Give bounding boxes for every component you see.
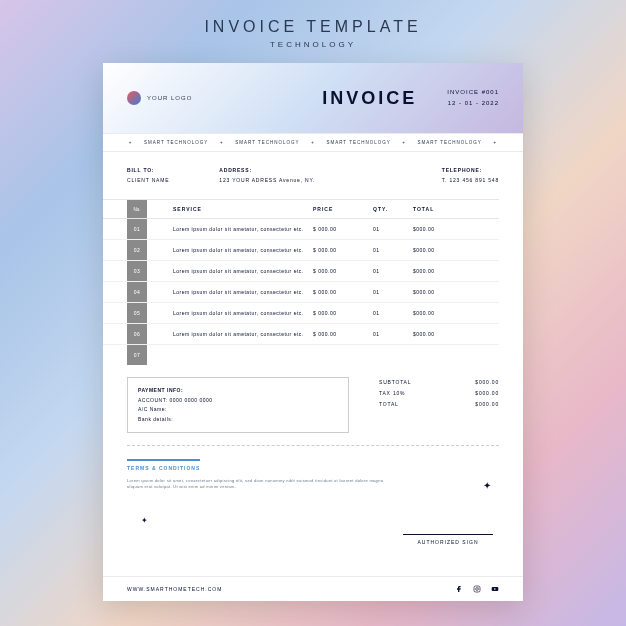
billing-section: BILL TO: CLIENT NAME ADDRESS: 123 YOUR A…: [103, 152, 523, 199]
row-service: Lorem ipsum dolor sit ametatur, consecte…: [173, 289, 313, 295]
band-text: SMART TECHNOLOGY: [235, 140, 299, 145]
col-service: SERVICE: [173, 206, 313, 212]
row-qty: 01: [373, 268, 413, 274]
terms-text: Lorem ipsum dolor sit amet, consectetuer…: [127, 478, 387, 491]
logo-icon: [127, 91, 141, 105]
col-qty: QTY.: [373, 206, 413, 212]
facebook-icon: [455, 585, 463, 593]
terms-title: TERMS & CONDITIONS: [127, 459, 200, 471]
table-header: No. SERVICE PRICE QTY. TOTAL: [103, 199, 499, 219]
totals: SUBTOTAL$000.00 TAX 10%$000.00 TOTAL$000…: [379, 377, 499, 433]
row-service: Lorem ipsum dolor sit ametatur, consecte…: [173, 226, 313, 232]
svg-rect-0: [474, 586, 480, 592]
row-price: $ 000.00: [313, 247, 373, 253]
row-qty: 01: [373, 310, 413, 316]
row-total: $000.00: [413, 268, 473, 274]
row-no: 01: [127, 219, 147, 239]
row-price: $ 000.00: [313, 331, 373, 337]
row-price: $ 000.00: [313, 310, 373, 316]
telephone: TELEPHONE: T. 123 456 891 548: [442, 166, 499, 185]
row-service: Lorem ipsum dolor sit ametatur, consecte…: [173, 247, 313, 253]
band-text: SMART TECHNOLOGY: [418, 140, 482, 145]
star-icon: ✦: [141, 516, 148, 525]
row-no: 03: [127, 261, 147, 281]
logo: YOUR LOGO: [127, 91, 292, 105]
logo-text: YOUR LOGO: [147, 95, 192, 101]
page-title: INVOICE TEMPLATE: [204, 18, 421, 36]
table-row: 02Lorem ipsum dolor sit ametatur, consec…: [103, 240, 499, 261]
invoice-title: INVOICE: [322, 88, 417, 109]
row-no: 04: [127, 282, 147, 302]
plus-icon: +: [220, 140, 224, 145]
invoice-meta: INVOICE #001 12 - 01 - 2022: [447, 87, 499, 109]
table-row: 06Lorem ipsum dolor sit ametatur, consec…: [103, 324, 499, 345]
table-row: 05Lorem ipsum dolor sit ametatur, consec…: [103, 303, 499, 324]
row-price: $ 000.00: [313, 289, 373, 295]
row-no: 02: [127, 240, 147, 260]
plus-icon: +: [402, 140, 406, 145]
signature: AUTHORIZED SIGN: [403, 523, 493, 545]
row-total: $000.00: [413, 289, 473, 295]
instagram-icon: [473, 585, 481, 593]
table-row: 03Lorem ipsum dolor sit ametatur, consec…: [103, 261, 499, 282]
row-price: $ 000.00: [313, 268, 373, 274]
row-service: Lorem ipsum dolor sit ametatur, consecte…: [173, 331, 313, 337]
row-qty: 01: [373, 289, 413, 295]
footer: WWW.SMARTHOMETECH.COM: [103, 576, 523, 601]
invoice-document: YOUR LOGO INVOICE INVOICE #001 12 - 01 -…: [103, 63, 523, 601]
tagline-band: + SMART TECHNOLOGY + SMART TECHNOLOGY + …: [103, 133, 523, 152]
col-no: No.: [127, 200, 147, 218]
social-icons: [455, 585, 499, 593]
row-no: 05: [127, 303, 147, 323]
row-service: Lorem ipsum dolor sit ametatur, consecte…: [173, 310, 313, 316]
bill-to: BILL TO: CLIENT NAME: [127, 166, 169, 185]
row-total: $000.00: [413, 247, 473, 253]
plus-icon: +: [493, 140, 497, 145]
band-text: SMART TECHNOLOGY: [326, 140, 390, 145]
items-table: No. SERVICE PRICE QTY. TOTAL 01Lorem ips…: [103, 199, 523, 365]
plus-icon: +: [311, 140, 315, 145]
payment-info: PAYMENT INFO: ACCOUNT: 0000 0000 0000 A/…: [127, 377, 349, 433]
row-total: $000.00: [413, 331, 473, 337]
row-no: 07: [127, 345, 147, 365]
table-row-empty: 07: [103, 345, 499, 365]
bottom-section: PAYMENT INFO: ACCOUNT: 0000 0000 0000 A/…: [103, 365, 523, 445]
signature-line: [403, 523, 493, 535]
website: WWW.SMARTHOMETECH.COM: [127, 586, 222, 592]
youtube-icon: [491, 585, 499, 593]
row-service: Lorem ipsum dolor sit ametatur, consecte…: [173, 268, 313, 274]
row-qty: 01: [373, 331, 413, 337]
address: ADDRESS: 123 YOUR ADRESS Avenue, NY.: [219, 166, 315, 185]
row-total: $000.00: [413, 226, 473, 232]
row-no: 06: [127, 324, 147, 344]
col-price: PRICE: [313, 206, 373, 212]
svg-point-2: [479, 587, 480, 588]
row-qty: 01: [373, 247, 413, 253]
terms-section: TERMS & CONDITIONS Lorem ipsum dolor sit…: [103, 446, 523, 501]
row-total: $000.00: [413, 310, 473, 316]
page-subtitle: TECHNOLOGY: [270, 40, 356, 49]
star-icon: ✦: [483, 480, 491, 491]
invoice-number: INVOICE #001: [447, 87, 499, 98]
col-total: TOTAL: [413, 206, 473, 212]
invoice-date: 12 - 01 - 2022: [447, 98, 499, 109]
signature-label: AUTHORIZED SIGN: [403, 539, 493, 545]
row-qty: 01: [373, 226, 413, 232]
table-row: 04Lorem ipsum dolor sit ametatur, consec…: [103, 282, 499, 303]
invoice-header: YOUR LOGO INVOICE INVOICE #001 12 - 01 -…: [103, 63, 523, 133]
row-price: $ 000.00: [313, 226, 373, 232]
svg-point-1: [476, 588, 479, 591]
table-row: 01Lorem ipsum dolor sit ametatur, consec…: [103, 219, 499, 240]
plus-icon: +: [129, 140, 133, 145]
band-text: SMART TECHNOLOGY: [144, 140, 208, 145]
